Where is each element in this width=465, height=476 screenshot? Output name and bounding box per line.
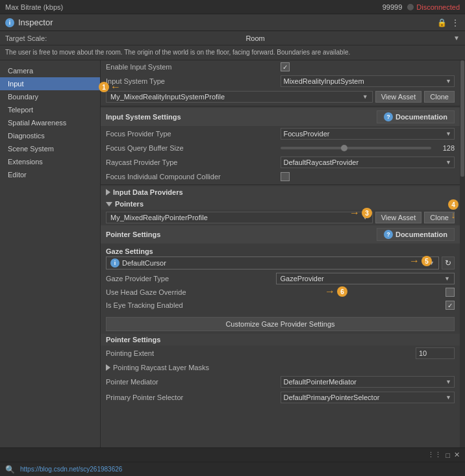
max-bitrate-value: 99999 [383,3,403,11]
divider-1 [101,106,460,106]
content-panel: Enable Input System Input System Type Mi… [101,60,460,447]
focus-provider-type-dropdown[interactable]: FocusProvider ▼ [281,128,455,140]
focus-provider-type-value: FocusProvider ▼ [281,128,455,140]
close-icon[interactable]: ✕ [454,451,460,459]
raycast-provider-type-dropdown[interactable]: DefaultRaycastProvider ▼ [281,157,455,168]
sidebar-item-teleport[interactable]: Teleport [0,103,100,116]
focus-individual-row: Focus Individual Compound Collider [101,170,460,183]
sidebar-item-boundary[interactable]: Boundary [0,90,100,103]
focus-provider-type-row: Focus Provider Type FocusProvider ▼ [101,126,460,142]
sidebar-item-diagnostics-label: Diagnostics [8,132,45,140]
inspector-icon: i [5,18,14,27]
pointing-raycast-label: Pointing Raycast Layer Masks [106,364,455,371]
primary-pointer-dropdown-arrow-icon: ▼ [446,394,451,401]
target-scale-arrow-icon[interactable]: ▼ [453,34,460,42]
use-head-gaze-checkbox[interactable] [446,288,455,297]
slider-thumb[interactable] [341,145,347,151]
input-system-settings-label: Input System Settings [106,113,181,121]
maximize-icon[interactable]: □ [446,451,450,459]
pointer-mediator-row: Pointer Mediator DefaultPointerMediator … [101,374,460,390]
gaze-provider-type-dropdown[interactable]: GazeProvider ▼ [276,273,455,284]
scrollbar[interactable] [460,60,465,447]
sidebar-item-editor-label: Editor [8,171,27,179]
pointer-profile-row: → 3 4 ↓ My_MixedRealityPointerProfile ▼ … [101,210,460,225]
menu-icon[interactable]: ⋮ [451,18,460,28]
annotation-5: 5 [421,256,432,266]
disconnected-label: Disconnected [416,3,460,11]
lock-icon[interactable]: 🔒 [437,18,447,27]
sidebar-item-scene-system[interactable]: Scene System [0,142,100,155]
expand-icon-2[interactable] [106,202,112,207]
pointer-mediator-value: DefaultPointerMediator ▼ [281,376,455,388]
pointing-extent-row: Pointing Extent 10 [101,345,460,361]
documentation-button-1[interactable]: ? Documentation [377,110,455,123]
eye-tracking-checkbox[interactable] [446,301,455,310]
use-head-gaze-label: Use Head Gaze Override [106,288,446,296]
bottom-icons-bar: ⋮⋮ □ ✕ [0,447,465,462]
pointer-settings-label: Pointer Settings [106,231,160,238]
description-bar: The user is free to move about the room.… [0,45,465,60]
sidebar-item-spatial-awareness-label: Spatial Awareness [8,119,66,127]
gaze-provider-dropdown-arrow-icon: ▼ [444,275,450,282]
refresh-button[interactable]: ↻ [442,257,455,269]
raycast-provider-type-label: Raycast Provider Type [106,158,281,166]
status-dot [407,4,414,10]
input-system-type-row: Input System Type MixedRealityInputSyste… [101,73,460,89]
pointing-raycast-expand-icon[interactable] [106,364,110,371]
enable-input-system-checkbox[interactable] [281,62,290,71]
pointer-view-asset-button[interactable]: View Asset [375,212,422,223]
sidebar-item-extensions[interactable]: Extensions [0,155,100,168]
focus-query-buffer-row: Focus Query Buffer Size 128 [101,142,460,155]
eye-tracking-row: Is Eye Tracking Enabled [106,299,455,312]
expand-icon-1[interactable] [106,189,110,195]
gaze-settings-container: Gaze Settings → 5 i DefaultCursor [101,244,460,314]
pointer-settings-2-header: Pointer Settings [101,334,460,345]
focus-provider-type-label: Focus Provider Type [106,130,281,138]
pointer-profile-dropdown[interactable]: My_MixedRealityPointerProfile ▼ [106,212,373,223]
documentation-button-2[interactable]: ? Documentation [377,228,455,241]
sidebar-item-input-label: Input [8,80,23,88]
primary-pointer-row: Primary Pointer Selector DefaultPrimaryP… [101,390,460,405]
inspector-title: Inspector [18,18,437,27]
annotation-6: 6 [337,286,347,297]
dropdown-arrow-icon: ▼ [446,78,451,84]
pointing-raycast-row: Pointing Raycast Layer Masks [101,361,460,374]
profile-dropdown[interactable]: My_MixedRealityInputSystemProfile ▼ [106,91,373,103]
target-scale-value: Room [57,34,453,42]
target-scale-label: Target Scale: [5,34,57,42]
scrollbar-thumb[interactable] [460,60,464,177]
doc-icon-1: ? [384,112,393,121]
input-system-type-dropdown[interactable]: MixedRealityInputSystem ▼ [281,75,455,87]
focus-individual-value [281,172,455,181]
use-head-gaze-row: → 6 Use Head Gaze Override [106,286,455,299]
sidebar: 1 ← Camera Input Boundary Teleport Spati… [0,60,101,447]
sidebar-item-editor[interactable]: Editor [0,168,100,181]
eye-tracking-label: Is Eye Tracking Enabled [106,301,446,309]
focus-individual-checkbox[interactable] [281,172,290,181]
dots-grid-icon[interactable]: ⋮⋮ [427,451,442,459]
pointer-settings-header: Pointer Settings ? Documentation [101,225,460,244]
annotation-4: 4 [448,199,459,210]
sidebar-item-camera[interactable]: Camera [0,64,100,77]
slider-value: 128 [435,144,455,152]
pointer-settings-2-label: Pointer Settings [106,336,160,344]
clone-button[interactable]: Clone [424,91,455,103]
default-cursor-dropdown[interactable]: i DefaultCursor ▼ [106,257,439,269]
slider-row: 128 [281,144,455,152]
divider-2 [101,184,460,185]
search-icon[interactable]: 🔍 [5,465,15,474]
pointing-extent-input[interactable]: 10 [416,347,455,359]
enable-input-system-label: Enable Input System [106,63,281,71]
pointers-label: Pointers [115,200,144,208]
input-system-type-value: MixedRealityInputSystem ▼ [281,75,455,87]
primary-pointer-dropdown[interactable]: DefaultPrimaryPointerSelector ▼ [281,392,455,403]
sidebar-item-diagnostics[interactable]: Diagnostics [0,129,100,142]
slider-track[interactable] [281,147,432,149]
default-cursor-row: → 5 i DefaultCursor ▼ ↻ [106,257,455,269]
customize-gaze-button[interactable]: Customize Gaze Provider Settings [106,317,455,331]
view-asset-button[interactable]: View Asset [375,91,422,103]
input-data-providers-label: Input Data Providers [113,188,183,196]
sidebar-item-input[interactable]: Input [0,77,100,90]
sidebar-item-spatial-awareness[interactable]: Spatial Awareness [0,116,100,129]
pointer-mediator-dropdown[interactable]: DefaultPointerMediator ▼ [281,376,455,388]
